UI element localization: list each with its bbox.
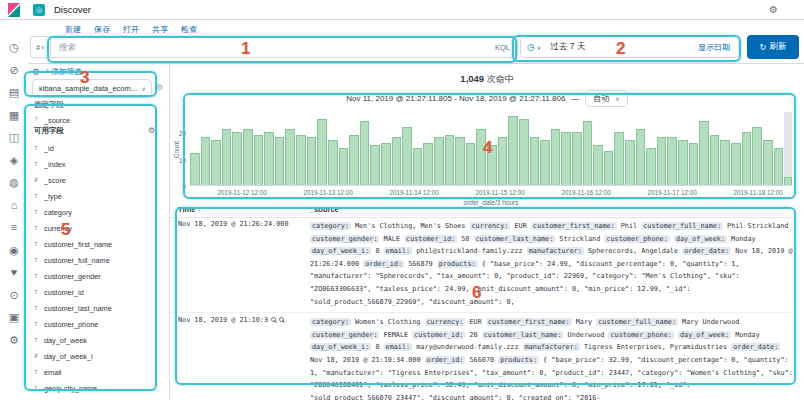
histogram-bar[interactable] [720, 140, 730, 185]
histogram-bar[interactable] [731, 143, 741, 185]
sidebar-field[interactable]: t_index [34, 156, 167, 172]
sidebar-field[interactable]: tcategory [34, 204, 167, 220]
logs-icon[interactable]: ≡ [11, 222, 17, 233]
field-settings-gear-icon[interactable]: ⚙ [148, 126, 155, 135]
sidebar-field[interactable]: t_type [34, 188, 167, 204]
infrastructure-icon[interactable]: ⌂ [11, 200, 18, 211]
histogram-bar[interactable] [360, 121, 370, 185]
histogram-bar[interactable] [657, 137, 667, 185]
zoom-out-icon[interactable] [279, 317, 284, 322]
discover-icon[interactable]: ⊘ [9, 65, 18, 76]
histogram-bar[interactable] [392, 137, 402, 185]
uptime-icon[interactable]: ♥ [11, 267, 18, 278]
management-icon[interactable]: ⚙ [9, 335, 19, 346]
recently-viewed-icon[interactable]: ◷ [9, 42, 19, 53]
histogram-bar[interactable] [254, 135, 264, 185]
menu-item[interactable]: 打开 [123, 24, 139, 35]
time-range-value[interactable]: 过去 7 天 [550, 41, 585, 53]
dashboard-icon[interactable]: ▦ [9, 110, 19, 121]
siem-icon[interactable]: ⊙ [9, 290, 18, 301]
histogram-bar[interactable] [349, 135, 359, 185]
histogram-bar[interactable] [445, 135, 455, 185]
histogram-bar[interactable] [370, 145, 380, 185]
help-gear-icon[interactable]: ⚙ [769, 4, 778, 15]
histogram-bar[interactable] [774, 148, 784, 185]
histogram-bar[interactable] [201, 137, 211, 185]
histogram-bar[interactable] [689, 143, 699, 185]
histogram-bar[interactable] [561, 132, 571, 185]
histogram-bar[interactable] [784, 177, 792, 185]
histogram-bar[interactable] [625, 140, 635, 185]
histogram-bar[interactable] [232, 132, 242, 185]
dev-tools-icon[interactable]: ▣ [9, 312, 19, 323]
histogram-bar[interactable] [710, 135, 720, 185]
histogram-bar[interactable] [530, 137, 540, 185]
index-pattern-selector[interactable]: kibana_sample_data_ecom... ∨ [32, 79, 152, 98]
histogram-bar[interactable] [487, 145, 497, 185]
histogram-bar[interactable] [551, 129, 561, 185]
histogram-bar[interactable] [614, 132, 624, 185]
histogram-bar[interactable] [317, 119, 327, 185]
kql-language-label[interactable]: KQL [495, 43, 517, 52]
histogram-bar[interactable] [285, 129, 295, 185]
histogram-bar[interactable] [402, 127, 412, 185]
interval-select[interactable]: 自动 ∨ [585, 90, 627, 107]
histogram-bar[interactable] [667, 137, 677, 185]
histogram-bar[interactable] [381, 143, 391, 185]
histogram-bar[interactable] [423, 143, 433, 185]
histogram-bar[interactable] [264, 132, 274, 185]
show-dates-link[interactable]: 显示日期 [698, 42, 730, 53]
histogram-bar[interactable] [540, 140, 550, 185]
histogram-bar[interactable] [296, 135, 306, 185]
sidebar-field[interactable]: #day_of_week_i [34, 348, 167, 364]
histogram-bar[interactable] [604, 151, 614, 185]
sidebar-field[interactable]: t_id [34, 140, 167, 156]
sidebar-field[interactable]: tcustomer_id [34, 284, 167, 300]
histogram-bar[interactable] [498, 137, 508, 185]
filter-gear-icon[interactable]: ⚙ [32, 67, 40, 77]
sidebar-field[interactable]: tgeoip.city_name [34, 380, 167, 396]
sidebar-field[interactable]: tcustomer_last_name [34, 300, 167, 316]
sidebar-field[interactable]: tcustomer_phone [34, 316, 167, 332]
machine-learning-icon[interactable]: ◍ [9, 177, 19, 188]
histogram-bar[interactable] [455, 137, 465, 185]
histogram-bar[interactable] [275, 137, 285, 185]
refresh-button[interactable]: ↻ 刷新 [747, 35, 799, 59]
histogram-bar[interactable] [678, 140, 688, 185]
menu-item[interactable]: 保存 [94, 24, 110, 35]
time-picker[interactable]: ◷ ∨ 过去 7 天 显示日期 [520, 36, 739, 58]
table-row[interactable]: Nov 18, 2019 @ 21:10:3category: Women's … [170, 313, 796, 400]
histogram-bar[interactable] [413, 148, 423, 185]
sidebar-field[interactable]: tcustomer_full_name [34, 252, 167, 268]
visualize-icon[interactable]: ▤ [9, 87, 19, 98]
search-input[interactable] [51, 42, 495, 52]
table-row[interactable]: Nov 18, 2019 @ 21:26:24.000category: Men… [170, 217, 796, 313]
sidebar-field[interactable]: tday_of_week [34, 332, 167, 348]
add-filter-link[interactable]: + 添加筛选 [45, 67, 81, 77]
sidebar-field[interactable]: tcustomer_first_name [34, 236, 167, 252]
histogram-bar[interactable] [699, 121, 709, 185]
apm-icon[interactable]: ◉ [9, 245, 19, 256]
histogram-bar[interactable] [508, 116, 518, 185]
histogram-bar[interactable] [222, 129, 232, 185]
histogram-bar[interactable] [752, 127, 762, 185]
sidebar-field[interactable]: temail [34, 364, 167, 380]
histogram-bar[interactable] [339, 148, 349, 185]
maps-icon[interactable]: ◈ [10, 155, 18, 166]
menu-item[interactable]: 检查 [181, 24, 197, 35]
histogram-bar[interactable] [466, 143, 476, 185]
query-filter-dropdown[interactable]: #∨ [30, 36, 50, 58]
menu-item[interactable]: 共享 [152, 24, 168, 35]
zoom-in-icon[interactable] [271, 317, 276, 322]
sidebar-field[interactable]: #_score [34, 172, 167, 188]
histogram-bar[interactable] [243, 129, 253, 185]
menu-item[interactable]: 新建 [65, 24, 81, 35]
source-column-header[interactable]: _source [310, 205, 796, 214]
histogram-bar[interactable] [211, 140, 221, 185]
histogram-bar[interactable] [307, 137, 317, 185]
histogram-bar[interactable] [763, 140, 773, 185]
index-settings-gear-icon[interactable]: ⚙ [156, 83, 163, 92]
histogram-bar[interactable] [742, 132, 752, 185]
histogram-bar[interactable] [519, 119, 529, 185]
histogram-bar[interactable] [593, 145, 603, 185]
